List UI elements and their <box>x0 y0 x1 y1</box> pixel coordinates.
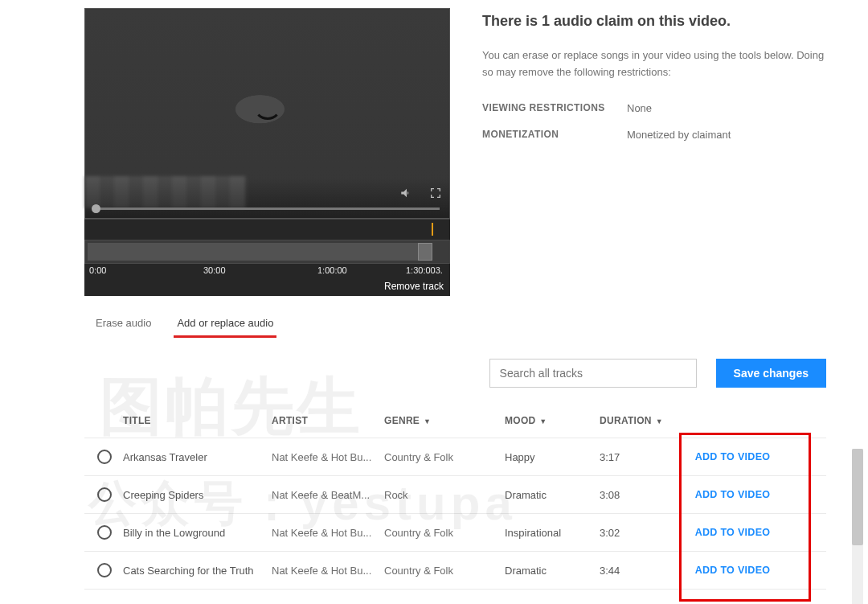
header-duration[interactable]: DURATION ▼ <box>600 415 678 426</box>
header-genre[interactable]: GENRE ▼ <box>384 415 505 426</box>
scrollbar-thumb[interactable] <box>852 449 863 545</box>
audio-tabs: Erase audio Add or replace audio <box>84 310 826 338</box>
ruler-tick: 0:00 <box>89 265 106 275</box>
tab-erase-audio[interactable]: Erase audio <box>94 310 153 337</box>
claim-title: There is 1 audio claim on this video. <box>482 13 826 30</box>
cell-duration: 3:44 <box>600 565 678 577</box>
tab-add-replace-audio[interactable]: Add or replace audio <box>175 310 275 337</box>
cell-duration: 3:08 <box>600 489 678 501</box>
caret-down-icon: ▼ <box>653 417 663 425</box>
volume-icon[interactable] <box>399 186 414 200</box>
select-radio[interactable] <box>97 450 112 464</box>
ruler-tick: 1:00:00 <box>317 265 347 275</box>
claim-label: VIEWING RESTRICTIONS <box>482 102 627 114</box>
cell-artist: Nat Keefe & Hot Bu... <box>272 451 384 463</box>
claim-label: MONETIZATION <box>482 129 627 141</box>
timeline-clip-handle[interactable] <box>418 243 432 261</box>
timeline-marker-icon[interactable] <box>432 223 433 236</box>
timeline-ruler: 0:00 30:00 1:00:00 1:30:003. <box>84 264 450 278</box>
header-mood[interactable]: MOOD ▼ <box>505 415 600 426</box>
table-bottom-border <box>84 589 826 590</box>
caret-down-icon: ▼ <box>421 417 431 425</box>
timeline-clip[interactable] <box>88 243 432 261</box>
claim-row-viewing: VIEWING RESTRICTIONS None <box>482 102 826 114</box>
select-radio[interactable] <box>97 563 112 577</box>
header-genre-label: GENRE <box>384 415 420 426</box>
claim-description: You can erase or replace songs in your v… <box>482 47 826 81</box>
loading-spinner-icon <box>253 91 282 120</box>
caret-down-icon: ▼ <box>538 417 547 425</box>
cell-duration: 3:02 <box>600 527 678 539</box>
cell-duration: 3:17 <box>600 451 678 463</box>
remove-track-button[interactable]: Remove track <box>84 278 450 296</box>
ruler-tick: 30:00 <box>203 265 226 275</box>
cell-artist: Nat Keefe & Hot Bu... <box>272 565 384 577</box>
cell-title: Cats Searching for the Truth <box>123 565 272 577</box>
add-to-video-button[interactable]: ADD TO VIDEO <box>678 451 787 462</box>
cell-mood: Dramatic <box>505 489 600 501</box>
cell-mood: Inspirational <box>505 527 600 539</box>
claim-panel: There is 1 audio claim on this video. Yo… <box>482 8 826 296</box>
add-to-video-button[interactable]: ADD TO VIDEO <box>678 527 787 538</box>
video-player[interactable] <box>84 8 450 219</box>
progress-handle-icon[interactable] <box>92 204 100 213</box>
top-row: 0:00 30:00 1:00:00 1:30:003. Remove trac… <box>84 8 826 296</box>
cell-genre: Country & Folk <box>384 565 505 577</box>
player-controls <box>85 178 449 218</box>
table-row: Cats Searching for the Truth Nat Keefe &… <box>84 551 826 589</box>
claim-value: Monetized by claimant <box>627 129 731 141</box>
timeline-marker-strip[interactable] <box>84 219 450 240</box>
cell-mood: Happy <box>505 451 600 463</box>
search-input[interactable] <box>489 359 697 388</box>
watermark-text: 图帕先生 <box>100 365 363 450</box>
claim-row-monetization: MONETIZATION Monetized by claimant <box>482 129 826 141</box>
timeline-track[interactable] <box>84 240 450 264</box>
cell-genre: Country & Folk <box>384 451 505 463</box>
progress-bar[interactable] <box>95 207 440 210</box>
scrollbar[interactable] <box>852 449 863 604</box>
add-to-video-button[interactable]: ADD TO VIDEO <box>678 489 787 500</box>
watermark-text: 公众号：yestupa <box>88 471 517 536</box>
header-mood-label: MOOD <box>505 415 536 426</box>
fullscreen-icon[interactable] <box>428 186 443 200</box>
cell-mood: Dramatic <box>505 565 600 577</box>
save-changes-button[interactable]: Save changes <box>716 359 826 388</box>
ruler-tick: 1:30:003. <box>406 265 443 275</box>
claim-value: None <box>627 102 652 114</box>
player-column: 0:00 30:00 1:00:00 1:30:003. Remove trac… <box>84 8 450 296</box>
cell-title: Arkansas Traveler <box>123 451 272 463</box>
header-action <box>678 415 787 426</box>
header-duration-label: DURATION <box>600 415 652 426</box>
add-to-video-button[interactable]: ADD TO VIDEO <box>678 565 787 576</box>
